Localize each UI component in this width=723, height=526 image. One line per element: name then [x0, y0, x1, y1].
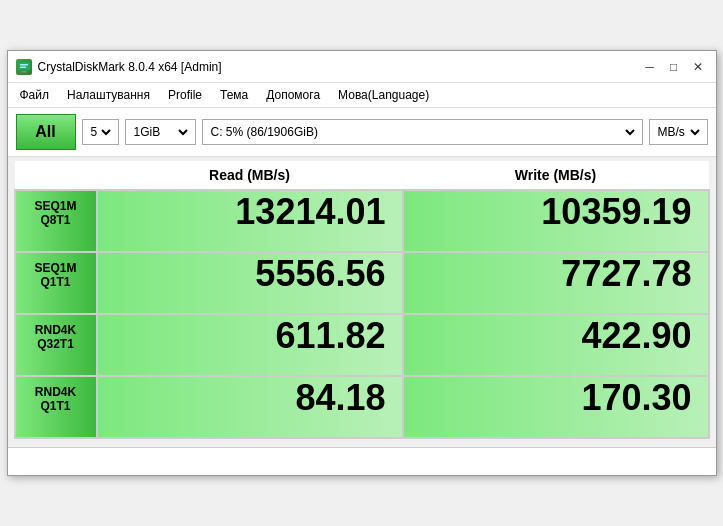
title-bar: CrystalDiskMark 8.0.4 x64 [Admin] ─ □ ✕	[8, 51, 716, 83]
read-value-seq1m-q8t1: 13214.01	[98, 191, 402, 251]
write-value-rnd4k-q1t1: 170.30	[404, 377, 708, 437]
app-window: CrystalDiskMark 8.0.4 x64 [Admin] ─ □ ✕ …	[7, 50, 717, 476]
read-cell-seq1m-q8t1: 13214.01	[97, 190, 403, 252]
col-header-read: Read (MB/s)	[97, 161, 403, 190]
maximize-button[interactable]: □	[664, 58, 684, 76]
read-cell-rnd4k-q32t1: 611.82	[97, 314, 403, 376]
read-cell-rnd4k-q1t1: 84.18	[97, 376, 403, 438]
menu-help[interactable]: Допомога	[258, 85, 328, 105]
read-value-rnd4k-q1t1: 84.18	[98, 377, 402, 437]
table-row: RND4K Q1T1 84.18 170.30	[15, 376, 709, 438]
row-label-seq1m-q1t1: SEQ1M Q1T1	[15, 252, 97, 314]
row-label-line2: Q1T1	[40, 399, 70, 413]
row-label-line1: SEQ1M	[34, 261, 76, 275]
table-row: SEQ1M Q8T1 13214.01 10359.19	[15, 190, 709, 252]
row-label-line2: Q32T1	[37, 337, 74, 351]
row-label-seq1m-q8t1: SEQ1M Q8T1	[15, 190, 97, 252]
app-icon	[16, 59, 32, 75]
menu-language[interactable]: Мова(Language)	[330, 85, 437, 105]
read-value-seq1m-q1t1: 5556.56	[98, 253, 402, 313]
col-header-label	[15, 161, 97, 190]
drive-dropdown[interactable]: C: 5% (86/1906GiB)	[207, 124, 638, 140]
svg-rect-3	[21, 71, 27, 73]
row-label-line2: Q1T1	[40, 275, 70, 289]
row-label-line1: SEQ1M	[34, 199, 76, 213]
menu-theme[interactable]: Тема	[212, 85, 256, 105]
table-row: SEQ1M Q1T1 5556.56 7727.78	[15, 252, 709, 314]
size-dropdown[interactable]: 1GiB 512MiB 2GiB	[130, 124, 191, 140]
all-button[interactable]: All	[16, 114, 76, 150]
bottom-bar	[8, 447, 716, 475]
drive-select[interactable]: C: 5% (86/1906GiB)	[202, 119, 643, 145]
row-label-rnd4k-q32t1: RND4K Q32T1	[15, 314, 97, 376]
read-value-rnd4k-q32t1: 611.82	[98, 315, 402, 375]
menu-bar: Файл Налаштування Profile Тема Допомога …	[8, 83, 716, 108]
title-bar-controls: ─ □ ✕	[640, 58, 708, 76]
svg-rect-2	[20, 66, 26, 68]
row-label-line1: RND4K	[35, 385, 76, 399]
col-header-write: Write (MB/s)	[403, 161, 709, 190]
menu-file[interactable]: Файл	[12, 85, 58, 105]
toolbar: All 5 1 3 1GiB 512MiB 2GiB C: 5% (86/190…	[8, 108, 716, 157]
menu-profile[interactable]: Profile	[160, 85, 210, 105]
table-row: RND4K Q32T1 611.82 422.90	[15, 314, 709, 376]
size-select[interactable]: 1GiB 512MiB 2GiB	[125, 119, 196, 145]
row-label-line1: RND4K	[35, 323, 76, 337]
row-label-rnd4k-q1t1: RND4K Q1T1	[15, 376, 97, 438]
minimize-button[interactable]: ─	[640, 58, 660, 76]
svg-rect-1	[20, 64, 28, 66]
window-title: CrystalDiskMark 8.0.4 x64 [Admin]	[38, 60, 222, 74]
menu-settings[interactable]: Налаштування	[59, 85, 158, 105]
unit-select[interactable]: MB/s GB/s IOPS	[649, 119, 708, 145]
write-cell-seq1m-q8t1: 10359.19	[403, 190, 709, 252]
unit-dropdown[interactable]: MB/s GB/s IOPS	[654, 124, 703, 140]
write-cell-rnd4k-q32t1: 422.90	[403, 314, 709, 376]
main-content: Read (MB/s) Write (MB/s) SEQ1M Q8T1 1321…	[8, 157, 716, 443]
write-value-rnd4k-q32t1: 422.90	[404, 315, 708, 375]
read-cell-seq1m-q1t1: 5556.56	[97, 252, 403, 314]
write-cell-rnd4k-q1t1: 170.30	[403, 376, 709, 438]
title-bar-left: CrystalDiskMark 8.0.4 x64 [Admin]	[16, 59, 222, 75]
write-value-seq1m-q8t1: 10359.19	[404, 191, 708, 251]
close-button[interactable]: ✕	[688, 58, 708, 76]
write-cell-seq1m-q1t1: 7727.78	[403, 252, 709, 314]
count-dropdown[interactable]: 5 1 3	[87, 124, 114, 140]
results-table: Read (MB/s) Write (MB/s) SEQ1M Q8T1 1321…	[14, 161, 710, 439]
svg-rect-0	[18, 62, 30, 70]
row-label-line2: Q8T1	[40, 213, 70, 227]
write-value-seq1m-q1t1: 7727.78	[404, 253, 708, 313]
count-select[interactable]: 5 1 3	[82, 119, 119, 145]
